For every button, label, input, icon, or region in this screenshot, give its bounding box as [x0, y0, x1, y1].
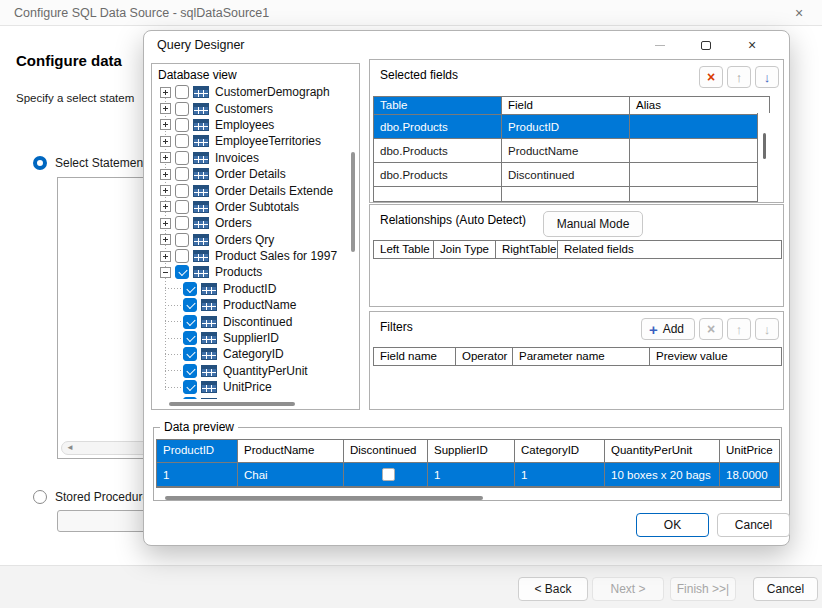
move-field-up-button[interactable]: ↑ [727, 66, 751, 88]
select-statement-radio[interactable]: Select Statement [33, 156, 146, 170]
tree-item[interactable]: Employees [154, 117, 346, 133]
table-cell[interactable] [630, 115, 769, 138]
expand-icon[interactable] [160, 152, 171, 163]
expand-icon[interactable] [160, 201, 171, 212]
table-cell[interactable] [630, 163, 769, 186]
selected-fields-table[interactable]: TableFieldAliasdbo.ProductsProductIDdbo.… [373, 96, 770, 202]
radio-off-icon[interactable] [33, 490, 47, 504]
maximize-button[interactable] [683, 31, 729, 59]
expand-icon[interactable] [160, 103, 171, 114]
table-cell[interactable]: 1 [515, 463, 605, 486]
column-header[interactable]: Join Type [434, 241, 496, 258]
move-field-down-button[interactable]: ↓ [755, 66, 779, 88]
next-button[interactable]: Next > [592, 577, 664, 601]
relationships-table[interactable]: Left TableJoin TypeRightTableRelated fie… [373, 240, 782, 259]
tree-child-item[interactable]: QuantityPerUnit [154, 363, 346, 379]
tree-item[interactable]: EmployeeTerritories [154, 133, 346, 149]
table-row[interactable] [374, 187, 769, 202]
tree-child-item[interactable]: UnitPrice [154, 379, 346, 395]
table-row[interactable]: 1Chai1110 boxes x 20 bags18.0000 [157, 463, 779, 487]
table-row[interactable]: dbo.ProductsProductName [374, 139, 769, 163]
tree-checkbox[interactable] [175, 249, 189, 263]
tree-item[interactable]: Products [154, 264, 346, 280]
column-header[interactable]: Field [502, 97, 630, 114]
column-header[interactable]: Preview value [650, 348, 781, 365]
table-cell[interactable] [374, 187, 502, 202]
tree-checkbox[interactable] [183, 331, 197, 345]
expand-icon[interactable] [160, 119, 171, 130]
column-header[interactable]: Table [374, 97, 502, 114]
column-header[interactable]: Operator [456, 348, 513, 365]
manual-mode-button[interactable]: Manual Mode [543, 211, 643, 237]
column-header[interactable]: UnitPrice [720, 440, 779, 462]
tree-item[interactable]: Orders Qry [154, 232, 346, 248]
minimize-button[interactable] [637, 31, 683, 59]
column-header[interactable]: QuantityPerUnit [605, 440, 720, 462]
tree-checkbox[interactable] [183, 397, 197, 399]
ok-button[interactable]: OK [636, 513, 709, 537]
table-cell[interactable] [502, 187, 630, 202]
table-row[interactable]: dbo.ProductsDiscontinued [374, 163, 769, 187]
table-cell[interactable]: dbo.Products [374, 163, 502, 186]
tree-child-item[interactable]: SupplierID [154, 330, 346, 346]
outer-close-icon[interactable]: × [790, 4, 808, 22]
table-cell[interactable]: dbo.Products [374, 139, 502, 162]
tree-checkbox[interactable] [183, 315, 197, 329]
expand-icon[interactable] [160, 136, 171, 147]
tree-child-item[interactable]: CategoryID [154, 346, 346, 362]
tree-checkbox[interactable] [183, 282, 197, 296]
expand-icon[interactable] [160, 185, 171, 196]
expand-icon[interactable] [160, 234, 171, 245]
tree-item[interactable]: Customers [154, 100, 346, 116]
scroll-left-icon[interactable]: ◄ [66, 444, 74, 452]
data-preview-table[interactable]: ProductIDProductNameDiscontinuedSupplier… [156, 439, 780, 488]
expand-icon[interactable] [160, 218, 171, 229]
table-row[interactable]: dbo.ProductsProductID [374, 115, 769, 139]
delete-field-button[interactable]: × [699, 66, 723, 88]
tree-checkbox[interactable] [183, 380, 197, 394]
filters-table[interactable]: Field nameOperatorParameter namePreview … [373, 347, 782, 366]
selected-fields-scroll-gutter[interactable] [757, 113, 770, 202]
stored-procedure-radio[interactable]: Stored Procedure [33, 490, 149, 504]
collapse-icon[interactable] [160, 267, 171, 278]
wizard-cancel-button[interactable]: Cancel [753, 577, 818, 601]
tree-checkbox[interactable] [175, 216, 189, 230]
back-button[interactable]: < Back [518, 577, 588, 601]
column-header[interactable]: Discontinued [344, 440, 428, 462]
tree-child-item[interactable] [154, 395, 346, 399]
tree-checkbox[interactable] [175, 85, 189, 99]
table-cell[interactable]: dbo.Products [374, 115, 502, 138]
column-header[interactable]: Field name [374, 348, 456, 365]
table-cell[interactable]: ProductID [502, 115, 630, 138]
table-cell[interactable] [630, 139, 769, 162]
close-button[interactable]: × [729, 31, 775, 59]
tree-vertical-scrollbar[interactable] [351, 152, 355, 252]
finish-button[interactable]: Finish >>| [670, 577, 736, 601]
tree-item[interactable]: Order Details [154, 166, 346, 182]
tree-checkbox[interactable] [183, 347, 197, 361]
tree-child-item[interactable]: Discontinued [154, 313, 346, 329]
move-filter-down-button[interactable]: ↓ [755, 318, 779, 340]
tree-checkbox[interactable] [175, 233, 189, 247]
tree-child-item[interactable]: ProductName [154, 297, 346, 313]
table-cell[interactable] [344, 463, 428, 486]
tree-checkbox[interactable] [175, 200, 189, 214]
column-header[interactable]: RightTable [496, 241, 558, 258]
column-header[interactable]: Parameter name [513, 348, 650, 365]
tree-checkbox[interactable] [175, 134, 189, 148]
tree-checkbox[interactable] [175, 167, 189, 181]
tree-checkbox[interactable] [175, 265, 189, 279]
column-header[interactable]: Alias [630, 97, 769, 114]
tree-item[interactable]: Invoices [154, 150, 346, 166]
table-cell[interactable]: 18.0000 [720, 463, 779, 486]
delete-filter-button[interactable]: × [699, 318, 723, 340]
tree-horizontal-scrollbar[interactable] [169, 402, 295, 406]
table-cell[interactable]: Chai [238, 463, 344, 486]
tree-item[interactable]: Order Subtotals [154, 199, 346, 215]
tree-checkbox[interactable] [175, 151, 189, 165]
table-cell[interactable] [630, 187, 769, 202]
table-cell[interactable]: 10 boxes x 20 bags [605, 463, 720, 486]
tree-checkbox[interactable] [175, 118, 189, 132]
expand-icon[interactable] [160, 169, 171, 180]
add-filter-button[interactable]: +Add [641, 318, 695, 340]
